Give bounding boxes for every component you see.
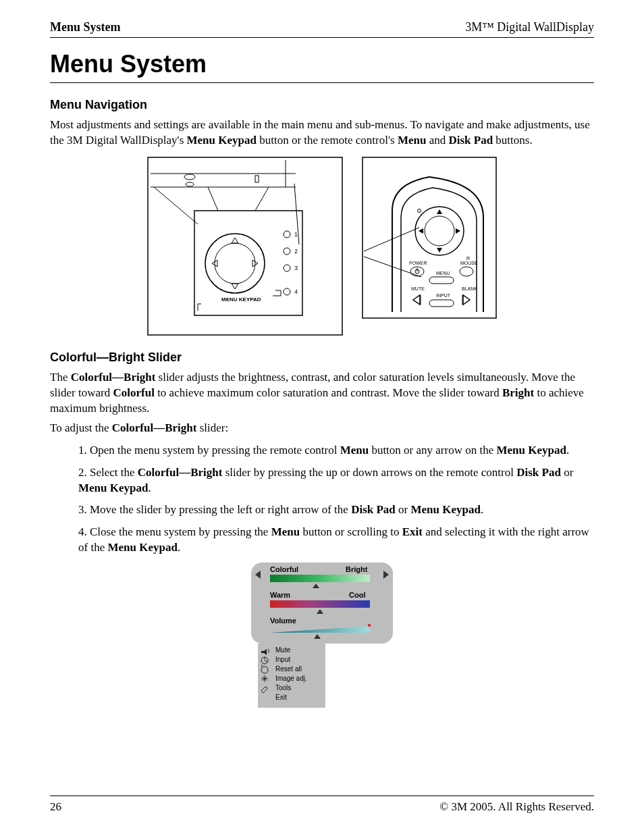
osd-item-tools: Tools xyxy=(275,684,291,692)
remote-power-label: POWER xyxy=(409,261,427,265)
text: Move the slider by pressing the left or … xyxy=(90,503,351,516)
remote-menu-label: MENU xyxy=(436,271,450,276)
text: to achieve maximum color saturation and … xyxy=(155,386,502,399)
text-bold: Menu xyxy=(398,134,427,147)
keypad-label: MENU KEYPAD xyxy=(221,296,261,303)
svg-line-8 xyxy=(208,187,218,211)
text-bold: Colorful xyxy=(113,386,154,399)
svg-rect-35 xyxy=(368,624,371,627)
text-bold: Colorful—Bright xyxy=(71,371,156,384)
slider-paragraph-2: To adjust the Colorful—Bright slider: xyxy=(50,421,594,436)
remote-input-label: INPUT xyxy=(436,293,451,298)
remote-rmouse-label: MOUSE xyxy=(460,261,478,265)
osd-item-reset: Reset all xyxy=(275,665,302,673)
svg-rect-33 xyxy=(270,575,370,582)
text-bold: Menu xyxy=(271,525,300,538)
svg-point-23 xyxy=(418,209,421,212)
osd-menu-figure: Colorful Bright Warm Cool Volume Mute xyxy=(50,563,594,711)
steps-list: 1. Open the menu system by pressing the … xyxy=(50,443,594,556)
text: or xyxy=(396,503,411,516)
svg-point-12 xyxy=(205,234,265,293)
keypad-num-1: 1 xyxy=(294,231,298,238)
remote-rmouse-r: R xyxy=(466,256,470,261)
svg-rect-6 xyxy=(255,176,259,182)
text: and xyxy=(426,134,448,147)
remote-mute-label: MUTE xyxy=(411,286,425,291)
header-right: 3M™ Digital WallDisplay xyxy=(465,20,594,34)
svg-point-15 xyxy=(284,248,290,255)
text-bold: Menu Keypad xyxy=(187,134,257,147)
text-bold: Disk Pad xyxy=(351,503,396,516)
svg-line-7 xyxy=(154,187,198,224)
text-bold: Colorful—Bright xyxy=(138,466,223,479)
figure-row: 1 2 3 4 MENU KEYPAD P xyxy=(50,157,594,336)
text: Close the menu system by pressing the xyxy=(90,525,271,538)
svg-point-13 xyxy=(215,243,255,284)
text-bold: Colorful—Bright xyxy=(112,421,197,434)
slider-paragraph-1: The Colorful—Bright slider adjusts the b… xyxy=(50,370,594,417)
step-number: 2. xyxy=(78,466,87,479)
osd-item-exit: Exit xyxy=(275,694,287,701)
text-bold: Exit xyxy=(402,525,423,538)
osd-menu-svg: Colorful Bright Warm Cool Volume Mute xyxy=(251,563,393,711)
osd-warm-label: Warm xyxy=(270,591,290,599)
svg-point-17 xyxy=(284,288,290,295)
svg-point-14 xyxy=(284,231,290,238)
keypad-num-3: 3 xyxy=(294,265,298,271)
text: . xyxy=(178,541,180,554)
section-heading-nav: Menu Navigation xyxy=(50,98,594,112)
text: Open the menu system by pressing the rem… xyxy=(90,444,340,457)
svg-line-9 xyxy=(255,187,269,211)
osd-item-mute: Mute xyxy=(275,646,291,654)
svg-point-16 xyxy=(284,265,290,271)
step-2: 2. Select the Colorful—Bright slider by … xyxy=(78,465,594,496)
page-number: 26 xyxy=(50,800,61,814)
osd-cool-label: Cool xyxy=(349,591,365,599)
osd-item-input: Input xyxy=(275,656,290,663)
svg-rect-31 xyxy=(429,300,454,307)
keypad-num-4: 4 xyxy=(294,288,298,295)
step-1: 1. Open the menu system by pressing the … xyxy=(78,443,594,459)
step-3: 3. Move the slider by pressing the left … xyxy=(78,502,594,518)
svg-point-5 xyxy=(186,182,194,186)
svg-rect-34 xyxy=(270,600,370,608)
text: Select the xyxy=(90,466,138,479)
remote-diagram: POWER R MOUSE MENU MUTE BLANK INPUT xyxy=(362,157,497,319)
page-footer: 26 © 3M 2005. All Rights Reserved. xyxy=(50,796,594,814)
text-bold: Menu xyxy=(340,444,369,457)
text-bold: Menu Keypad xyxy=(496,444,566,457)
text: button or scrolling to xyxy=(300,525,402,538)
running-header: Menu System 3M™ Digital WallDisplay xyxy=(50,20,594,38)
text-bold: Menu Keypad xyxy=(78,481,148,494)
text: . xyxy=(148,481,151,494)
document-page: Menu System 3M™ Digital WallDisplay Menu… xyxy=(0,0,644,834)
section-heading-slider: Colorful—Bright Slider xyxy=(50,350,594,365)
svg-rect-28 xyxy=(429,277,454,284)
svg-point-27 xyxy=(460,267,473,276)
text-bold: Menu Keypad xyxy=(107,541,177,554)
osd-item-imageadj: Image adj. xyxy=(275,675,307,682)
svg-point-4 xyxy=(184,174,195,180)
step-number: 1. xyxy=(78,444,87,457)
svg-point-22 xyxy=(425,216,454,246)
osd-colorful-label: Colorful xyxy=(270,565,298,573)
text: The xyxy=(50,371,71,384)
osd-bright-label: Bright xyxy=(346,565,368,573)
text: button or the remote control's xyxy=(257,134,398,147)
text-bold: Menu Keypad xyxy=(410,503,480,516)
remote-blank-label: BLANK xyxy=(462,286,477,291)
text: button or any arrow on the xyxy=(369,444,496,457)
step-number: 3. xyxy=(78,503,87,516)
text: To adjust the xyxy=(50,421,112,434)
keypad-num-2: 2 xyxy=(294,248,298,255)
text: buttons. xyxy=(493,134,533,147)
text: . xyxy=(566,444,569,457)
keypad-diagram: 1 2 3 4 MENU KEYPAD xyxy=(147,157,343,336)
text-bold: Disk Pad xyxy=(448,134,493,147)
step-4: 4. Close the menu system by pressing the… xyxy=(78,525,594,556)
text: . xyxy=(481,503,483,516)
step-number: 4. xyxy=(78,525,87,538)
page-title: Menu System xyxy=(50,50,594,83)
osd-volume-label: Volume xyxy=(270,617,296,625)
nav-paragraph: Most adjustments and settings are availa… xyxy=(50,118,594,149)
